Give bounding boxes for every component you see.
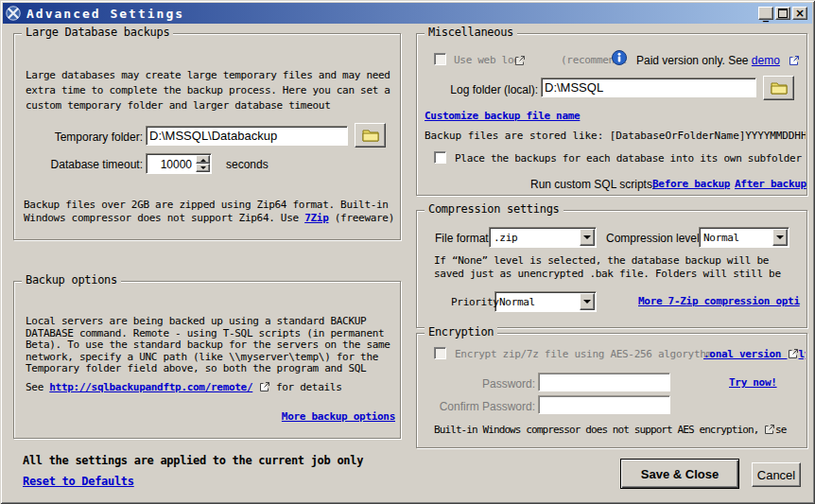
aes-note: Built-in Windows compressor does not sup… — [434, 424, 806, 436]
app-icon — [6, 6, 21, 21]
encrypt-label: Encrypt zip/7z file using AES-256 algory… — [455, 348, 720, 360]
chevron-down-icon[interactable] — [772, 229, 788, 246]
group-miscellaneous: Miscellaneous Use web log (recommende Pa… — [416, 33, 807, 196]
log-folder-input[interactable] — [541, 78, 756, 97]
chevron-down-icon[interactable] — [580, 293, 595, 310]
external-link-icon[interactable] — [788, 348, 799, 359]
cancel-button[interactable]: Cancel — [752, 462, 801, 487]
file-format-label: File format: — [435, 232, 492, 245]
zip64-note: Backup files over 2GB are zipped using Z… — [24, 185, 398, 225]
save-and-close-button[interactable]: Save & Close — [620, 459, 739, 489]
remote-docs-line: See http://sqlbackupandftp.com/remote/ f… — [26, 381, 396, 393]
stored-note: Backup files are stored like: [DatabaseO… — [425, 130, 806, 142]
external-link-icon — [514, 55, 526, 66]
customize-backup-file-name-link[interactable]: Customize backup file name — [425, 110, 580, 122]
db-timeout-label: Database timeout: — [14, 158, 143, 171]
compression-level-select[interactable]: Normal — [699, 227, 789, 248]
maximize-button[interactable] — [775, 7, 790, 20]
encrypt-checkbox[interactable] — [434, 347, 446, 359]
group-compression-settings: Compression settings File format: .zip C… — [416, 210, 807, 328]
group-encryption: Encryption Encrypt zip/7z file using AES… — [416, 333, 807, 448]
use-web-log-checkbox[interactable] — [434, 53, 446, 65]
see-suffix: for details — [270, 381, 342, 393]
compression-level-value: Normal — [703, 232, 739, 244]
db-timeout-value: 10000 — [147, 158, 192, 171]
spin-down-button[interactable] — [196, 164, 210, 172]
info-icon — [612, 50, 627, 65]
compression-level-label: Compression level: — [606, 232, 702, 245]
external-link-icon[interactable] — [259, 381, 270, 392]
remote-url-link[interactable]: http://sqlbackupandftp.com/remote/ — [49, 381, 252, 393]
try-now-link[interactable]: Try now! — [729, 376, 777, 389]
subfolder-checkbox[interactable] — [434, 151, 446, 164]
aes-note-text-end: se — [775, 424, 786, 436]
temp-folder-label: Temporary folder: — [14, 130, 143, 144]
spin-up-icon — [200, 156, 206, 162]
more-7zip-options-link[interactable]: More 7-Zip compression opti — [638, 295, 806, 307]
file-format-value: .zip — [494, 232, 517, 244]
advanced-settings-dialog: Advanced Settings _ × Large Database bac… — [0, 0, 815, 504]
close-icon: × — [795, 7, 805, 20]
window-title: Advanced Settings — [26, 7, 184, 21]
temp-folder-browse-button[interactable] — [355, 123, 386, 148]
group-title: Miscellaneous — [425, 26, 517, 39]
after-backup-link[interactable]: After backup — [735, 178, 806, 190]
sevenzip-link[interactable]: 7Zip — [304, 212, 328, 224]
log-folder-label: Log folder (local): — [436, 83, 538, 96]
group-title: Compression settings — [425, 202, 564, 216]
file-format-select[interactable]: .zip — [489, 227, 597, 248]
temp-folder-input[interactable] — [146, 126, 348, 146]
password-label: Password: — [417, 377, 535, 391]
close-button[interactable]: × — [792, 7, 807, 20]
group-title: Backup options — [22, 273, 121, 287]
group-title: Large Database backups — [22, 26, 173, 39]
seconds-label: seconds — [226, 158, 269, 171]
demo-link[interactable]: demo — [752, 54, 780, 67]
see-prefix: See — [26, 381, 49, 393]
group-large-database-backups: Large Database backups Large databases m… — [13, 33, 401, 240]
professional-version-link[interactable]: .onal version ly — [703, 348, 806, 360]
zip64-note-suffix: (freeware) — [328, 212, 394, 224]
external-link-icon[interactable] — [764, 424, 775, 435]
use-web-log-label: Use web log — [454, 54, 520, 66]
more-backup-options-link[interactable]: More backup options — [282, 410, 395, 423]
folder-icon — [362, 129, 379, 142]
group-backup-options: Backup options Local servers are being b… — [13, 281, 401, 439]
run-scripts-label: Run custom SQL scripts: — [530, 178, 655, 191]
paid-version-note: Paid version only. See demo — [636, 54, 803, 67]
backup-options-description: Local servers are being backed up using … — [26, 316, 396, 375]
subfolder-label: Place the backups for each database into… — [455, 152, 806, 165]
db-timeout-spinner[interactable]: 10000 — [146, 153, 212, 174]
folder-icon — [771, 81, 788, 95]
large-db-description: Large databases may create large tempora… — [26, 68, 396, 113]
paid-text: Paid version only. See — [636, 54, 752, 67]
confirm-password-input[interactable] — [538, 395, 670, 414]
version-link-text-end[interactable]: ly — [799, 348, 806, 360]
maximize-icon — [778, 9, 788, 18]
none-level-note: If “None” level is selected, the databas… — [434, 254, 801, 281]
log-folder-browse-button[interactable] — [763, 76, 794, 100]
aes-note-text: Built-in Windows compressor does not sup… — [434, 424, 764, 436]
password-input[interactable] — [538, 373, 670, 391]
confirm-password-label: Confirm Password: — [417, 400, 535, 413]
spin-up-button[interactable] — [196, 155, 210, 164]
external-link-icon[interactable] — [789, 55, 800, 66]
priority-label: Priority — [451, 296, 499, 308]
before-backup-link[interactable]: Before backup — [652, 178, 730, 190]
footer-note: All the settings are applied to the curr… — [23, 454, 363, 467]
spin-down-icon — [200, 166, 206, 172]
group-title: Encryption — [425, 325, 497, 339]
version-link-text[interactable]: .onal version — [703, 348, 788, 360]
priority-select[interactable]: Normal — [494, 291, 597, 312]
minimize-button[interactable]: _ — [758, 7, 773, 20]
priority-value: Normal — [499, 296, 535, 308]
chevron-down-icon[interactable] — [580, 229, 595, 246]
minimize-icon: _ — [763, 9, 769, 22]
reset-to-defaults-link[interactable]: Reset to Defaults — [23, 475, 134, 488]
titlebar[interactable]: Advanced Settings _ × — [3, 3, 812, 24]
